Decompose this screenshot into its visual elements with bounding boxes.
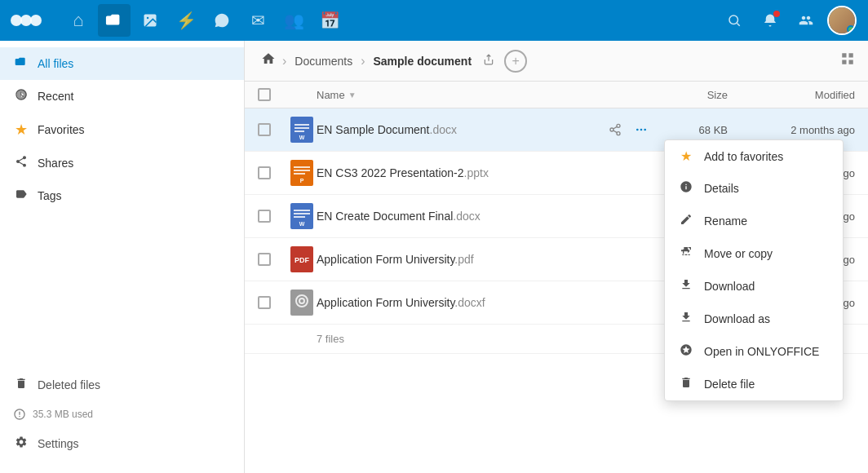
svg-rect-20 [294, 166, 310, 168]
svg-point-18 [644, 129, 646, 131]
onlyoffice-menu-icon [678, 343, 694, 360]
sidebar-item-deleted[interactable]: Deleted files [0, 369, 244, 401]
svg-rect-9 [294, 130, 304, 132]
menu-add-favorites[interactable]: ★ Add to favorites [665, 140, 843, 172]
sidebar-item-label: Recent [38, 90, 73, 103]
docx-icon: W [290, 117, 313, 143]
file-icon-5 [287, 290, 317, 316]
row-checkbox-5[interactable] [258, 296, 287, 309]
online-indicator [847, 25, 855, 33]
file-row[interactable]: W EN Sample Document.docx 68 KB 2 m [245, 108, 868, 152]
header-modified-col: Modified [741, 89, 855, 101]
menu-open-onlyoffice[interactable]: Open in ONLYOFFICE [665, 335, 843, 368]
file-name-5: Application Form University.docxf [317, 296, 659, 309]
svg-rect-26 [294, 213, 310, 214]
nav-activity[interactable]: ⚡ [170, 4, 202, 37]
breadcrumb-home[interactable] [258, 48, 279, 73]
breadcrumb-documents[interactable]: Documents [290, 51, 357, 71]
breadcrumb-sep-1: › [282, 54, 286, 69]
sidebar-item-recent[interactable]: Recent [0, 80, 244, 113]
menu-move-copy[interactable]: Move or copy [665, 237, 843, 270]
file-name-1: EN Sample Document.docx [317, 123, 604, 136]
all-files-icon [13, 55, 29, 72]
storage-label: 35.3 MB used [33, 409, 93, 420]
more-button-1[interactable] [630, 118, 653, 141]
svg-text:P: P [300, 178, 304, 183]
nav-home[interactable]: ⌂ [62, 4, 95, 37]
main-layout: All files Recent ★ Favorites Shares Tags [0, 41, 868, 473]
select-all-checkbox[interactable] [258, 88, 287, 101]
menu-details[interactable]: Details [665, 172, 843, 205]
sidebar-item-label: Favorites [38, 123, 85, 136]
file-actions-1 [604, 118, 653, 141]
notifications-button[interactable] [754, 4, 786, 37]
search-button[interactable] [718, 4, 751, 37]
avatar-button[interactable] [826, 4, 858, 37]
svg-point-0 [11, 15, 22, 26]
row-checkbox-3[interactable] [258, 210, 287, 223]
sidebar-item-label: Deleted files [38, 378, 100, 391]
shares-icon [13, 155, 29, 171]
user-avatar [827, 6, 857, 35]
breadcrumb: › Documents › Sample document + [245, 41, 868, 82]
sidebar-item-label: Tags [38, 189, 62, 202]
svg-line-15 [613, 126, 618, 129]
sort-icon: ▼ [348, 91, 356, 99]
storage-info: 35.3 MB used [0, 401, 244, 427]
user-status-button[interactable] [790, 4, 822, 37]
svg-text:W: W [299, 135, 305, 140]
favorites-menu-icon: ★ [678, 148, 694, 164]
menu-download-as[interactable]: Download as [665, 303, 843, 335]
row-checkbox-1[interactable] [258, 123, 287, 136]
view-toggle-button[interactable] [840, 51, 855, 70]
nav-files[interactable] [98, 4, 131, 37]
sidebar-bottom: Deleted files 35.3 MB used Settings [0, 362, 244, 466]
svg-point-2 [30, 15, 42, 26]
nav-mail[interactable]: ✉ [241, 4, 274, 37]
deleted-icon [13, 377, 29, 393]
file-modified-1: 2 months ago [741, 124, 855, 136]
svg-rect-8 [294, 127, 309, 129]
sidebar-item-shares[interactable]: Shares [0, 147, 244, 179]
content-area: › Documents › Sample document + Name [245, 41, 868, 473]
move-menu-icon [678, 245, 694, 262]
row-checkbox-4[interactable] [258, 253, 287, 266]
breadcrumb-share-icon[interactable] [480, 51, 498, 71]
download-menu-icon [678, 278, 694, 294]
download-as-menu-icon [678, 311, 694, 327]
rename-menu-icon [678, 213, 694, 229]
file-icon-1: W [287, 117, 317, 143]
recent-icon [13, 88, 29, 104]
nav-talk[interactable] [206, 4, 238, 37]
nav-contacts[interactable]: 👥 [277, 4, 310, 37]
nav-calendar[interactable]: 📅 [313, 4, 346, 37]
svg-rect-22 [294, 173, 305, 175]
header-checkbox[interactable] [258, 88, 271, 101]
topbar: ⌂ ⚡ ✉ 👥 📅 [0, 0, 868, 41]
breadcrumb-current[interactable]: Sample document [368, 51, 476, 71]
settings-icon [13, 435, 29, 452]
sidebar-item-label: Settings [38, 437, 79, 450]
svg-rect-7 [294, 124, 309, 126]
menu-download[interactable]: Download [665, 270, 843, 303]
file-icon-3: W [287, 203, 317, 229]
header-name-col[interactable]: Name ▼ [317, 89, 659, 101]
breadcrumb-sep-2: › [361, 54, 365, 69]
row-checkbox-2[interactable] [258, 166, 287, 179]
sidebar-item-tags[interactable]: Tags [0, 179, 244, 212]
sidebar-item-all-files[interactable]: All files [0, 47, 244, 80]
file-icon-4: PDF [287, 246, 317, 272]
sidebar-item-settings[interactable]: Settings [0, 427, 244, 460]
share-button-1[interactable] [604, 118, 627, 141]
file-icon-2: P [287, 160, 317, 186]
menu-delete[interactable]: Delete file [665, 368, 843, 400]
tags-icon [13, 188, 29, 204]
nav-photos[interactable] [134, 4, 166, 37]
sidebar-item-favorites[interactable]: ★ Favorites [0, 113, 244, 147]
breadcrumb-add-button[interactable]: + [504, 50, 527, 73]
app-logo[interactable] [10, 11, 42, 30]
svg-point-11 [617, 124, 620, 127]
svg-rect-25 [294, 210, 310, 211]
menu-rename[interactable]: Rename [665, 205, 843, 237]
favorites-icon: ★ [13, 121, 29, 139]
